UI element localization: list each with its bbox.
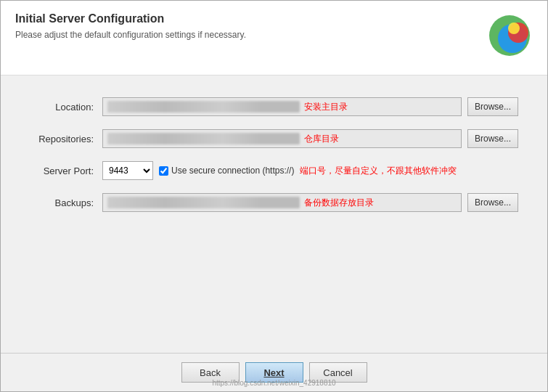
repositories-row: Repositories: 仓库目录 Browse... (30, 129, 518, 148)
server-port-label: Server Port: (30, 166, 102, 176)
repositories-browse-button[interactable]: Browse... (467, 129, 518, 148)
page-subtitle: Please adjust the default configuration … (15, 30, 482, 40)
backups-annotation: 备份数据存放目录 (304, 197, 374, 209)
logo (482, 12, 533, 63)
logo-icon (482, 12, 533, 63)
backups-input[interactable]: 备份数据存放目录 (102, 193, 462, 212)
location-label: Location: (30, 102, 102, 113)
location-annotation: 安装主目录 (304, 101, 348, 113)
secure-connection-text: Use secure connection (https://) (171, 166, 294, 176)
footer: Back Next Cancel https://blog.csdn.net/w… (1, 353, 547, 391)
header: Initial Server Configuration Please adju… (1, 1, 547, 75)
repositories-label: Repositories: (30, 134, 102, 144)
dialog: Initial Server Configuration Please adju… (0, 0, 548, 392)
repositories-annotation: 仓库目录 (304, 133, 339, 145)
server-port-select[interactable]: 9443 (102, 161, 153, 180)
backups-row: Backups: 备份数据存放目录 Browse... (30, 193, 518, 212)
backups-browse-button[interactable]: Browse... (467, 193, 518, 212)
page-title: Initial Server Configuration (15, 12, 482, 25)
content: Location: 安装主目录 Browse... Repositories: … (1, 75, 547, 353)
repositories-blurred-value (107, 133, 300, 144)
svg-point-3 (508, 23, 520, 34)
secure-connection-label[interactable]: Use secure connection (https://) (159, 166, 294, 176)
port-annotation: 端口号，尽量自定义，不跟其他软件冲突 (300, 165, 457, 177)
repositories-input[interactable]: 仓库目录 (102, 129, 462, 148)
watermark-text: https://blog.csdn.net/weixin_42918810 (212, 379, 335, 387)
header-text: Initial Server Configuration Please adju… (15, 12, 482, 40)
backups-blurred-value (107, 197, 300, 208)
location-browse-button[interactable]: Browse... (467, 97, 518, 116)
location-blurred-value (107, 101, 300, 113)
location-row: Location: 安装主目录 Browse... (30, 97, 518, 116)
secure-connection-checkbox[interactable] (159, 166, 168, 176)
next-label: Next (263, 367, 284, 378)
location-input[interactable]: 安装主目录 (102, 97, 462, 116)
server-port-row: Server Port: 9443 Use secure connection … (30, 161, 518, 180)
backups-label: Backups: (30, 197, 102, 208)
